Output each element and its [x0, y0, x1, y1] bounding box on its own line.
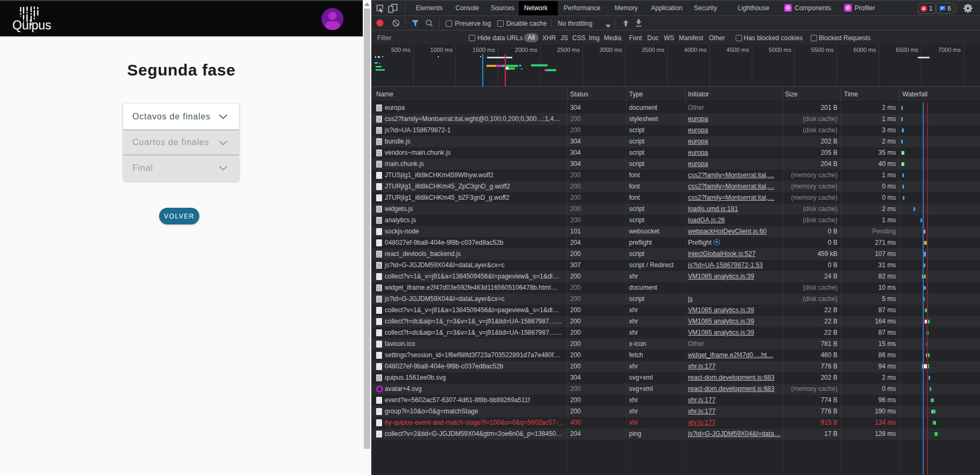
svg-text:Quipus: Quipus [12, 18, 51, 32]
